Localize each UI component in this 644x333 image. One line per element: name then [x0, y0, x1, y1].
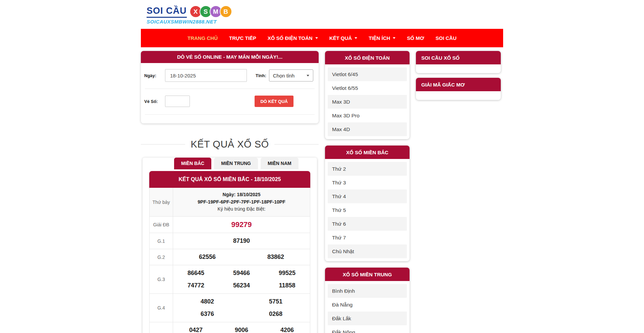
- day-label: Thứ bảy: [150, 188, 173, 216]
- nav-item-so-mo[interactable]: SỐ MƠ: [407, 35, 424, 41]
- sidebar-box-title: XỔ SỐ ĐIỆN TOÁN: [325, 51, 410, 64]
- sidebar-item-thu-7[interactable]: Thứ 7: [328, 231, 407, 244]
- date-label: Ngày:: [144, 73, 165, 78]
- date-province-row: Ngày: Tỉnh: Chọn tỉnh: [144, 69, 315, 82]
- heading-divider: [141, 144, 185, 145]
- logo-badge-b: B: [220, 5, 232, 18]
- ticket-label: Vé Số:: [144, 99, 165, 104]
- sidebar-item-thu-6[interactable]: Thứ 6: [328, 217, 407, 231]
- logo-text: SOI CẦU: [147, 6, 187, 18]
- sidebar-box-mien-bac: XỔ SỐ MIỀN BẮC Thứ 2 Thứ 3 Thứ 4 Thứ 5 T…: [325, 146, 410, 261]
- sidebar-item-da-nang[interactable]: Đà Nẵng: [328, 298, 407, 312]
- date-input[interactable]: [165, 69, 247, 82]
- nav-item-label: TIỆN ÍCH: [369, 35, 390, 41]
- rightbar-box-body: [416, 91, 501, 100]
- prize-number: 4802: [173, 295, 241, 308]
- sidebar-item-chu-nhat[interactable]: Chủ Nhật: [328, 244, 407, 258]
- prize-number: 9006: [219, 324, 264, 333]
- prize-number: 86645: [173, 267, 219, 279]
- table-row-g3: G.3 86645 59466 99525 74772 56234 11858: [150, 265, 310, 294]
- prize-values: 87190: [173, 233, 310, 249]
- rightbar-box-body: [416, 64, 501, 73]
- prize-number: 99525: [264, 267, 310, 279]
- main-navbar: TRANG CHỦ TRỰC TIẾP XỔ SỐ ĐIỆN TOÁN KẾT …: [141, 29, 503, 47]
- nav-item-truc-tiep[interactable]: TRỰC TIẾP: [229, 35, 256, 41]
- ticket-lookup-body: Ngày: Tỉnh: Chọn tỉnh Vé Số: DÒ KẾT QUẢ: [141, 63, 319, 123]
- prize-label: Giải ĐB: [150, 217, 173, 233]
- sidebar-item-thu-2[interactable]: Thứ 2: [328, 162, 407, 176]
- rightbar-box-soi-cau: SOI CẦU XỔ SỐ: [416, 51, 501, 73]
- sidebar-item-dak-nong[interactable]: Đắk Nông: [328, 325, 407, 333]
- prize-label: G.1: [150, 233, 173, 249]
- sidebar-item-thu-5[interactable]: Thứ 5: [328, 203, 407, 217]
- prize-label: G.2: [150, 249, 173, 265]
- check-result-button[interactable]: DÒ KẾT QUẢ: [255, 96, 293, 107]
- chevron-down-icon: [393, 37, 395, 39]
- form-divider: [145, 89, 315, 89]
- results-table: Thứ bảy Ngày: 18/10/2025 9PF-19PF-6PF-2P…: [149, 188, 310, 333]
- nav-item-label: SỐ MƠ: [407, 35, 424, 41]
- prize-number: 11858: [264, 279, 310, 292]
- sidebar-item-vietlot-655[interactable]: Vietlot 6/55: [328, 81, 407, 95]
- draw-info: Ngày: 18/10/2025 9PF-19PF-6PF-2PF-7PF-1P…: [173, 188, 310, 216]
- form-divider: [145, 114, 315, 115]
- province-select[interactable]: Chọn tỉnh: [269, 69, 313, 81]
- prize-number: 83862: [241, 251, 310, 263]
- nav-item-soi-cau[interactable]: SOI CẦU: [436, 35, 457, 41]
- chevron-down-icon: [315, 37, 318, 39]
- sidebar-item-binh-dinh[interactable]: Bình Định: [328, 284, 407, 298]
- prize-values: 4802 5751 6376 0268: [173, 294, 310, 322]
- nav-item-xo-so-dien-toan[interactable]: XỔ SỐ ĐIỆN TOÁN: [268, 35, 318, 41]
- tab-mien-nam[interactable]: MIỀN NAM: [261, 158, 299, 169]
- table-row-g2: G.2 62556 83862: [150, 249, 310, 265]
- nav-item-label: KẾT QUẢ: [329, 35, 352, 41]
- sidebar-item-vietlot-645[interactable]: Vietlot 6/45: [328, 67, 407, 81]
- sidebar-box-title: XỔ SỐ MIỀN BẮC: [325, 146, 410, 159]
- ticket-row: Vé Số: DÒ KẾT QUẢ: [144, 96, 315, 107]
- heading-divider: [274, 144, 319, 145]
- nav-item-label: TRỰC TIẾP: [229, 35, 256, 41]
- ticket-lookup-panel: DÒ VÉ SỐ ONLINE - MAY MẮN MỖI NGÀY!... N…: [141, 51, 319, 123]
- middle-sidebar: XỔ SỐ ĐIỆN TOÁN Vietlot 6/45 Vietlot 6/5…: [325, 51, 410, 333]
- tab-mien-trung[interactable]: MIỀN TRUNG: [214, 158, 258, 169]
- prize-number: 0268: [241, 308, 310, 320]
- table-row-header: Thứ bảy Ngày: 18/10/2025 9PF-19PF-6PF-2P…: [150, 188, 310, 217]
- sidebar-item-dak-lak[interactable]: Đắk Lắk: [328, 312, 407, 325]
- prize-label: G.5: [150, 322, 173, 333]
- sidebar-box-body: Thứ 2 Thứ 3 Thứ 4 Thứ 5 Thứ 6 Thứ 7 Chủ …: [325, 159, 410, 261]
- sidebar-box-body: Vietlot 6/45 Vietlot 6/55 Max 3D Max 3D …: [325, 64, 410, 139]
- results-heading: KẾT QUẢ XỔ SỐ: [141, 139, 319, 150]
- province-select-value: Chọn tỉnh: [273, 73, 294, 78]
- sidebar-item-max-4d[interactable]: Max 4D: [328, 122, 407, 136]
- prize-number: 56234: [219, 279, 264, 292]
- site-header: SOI CẦU X S M B SOICAUXSMBWIN2888.NET: [141, 0, 503, 29]
- prize-number: 4206: [264, 324, 310, 333]
- table-row-g4: G.4 4802 5751 6376 0268: [150, 294, 310, 322]
- prize-values: 0427 9006 4206 5541 4791 8535: [173, 322, 310, 333]
- nav-item-tien-ich[interactable]: TIỆN ÍCH: [369, 35, 395, 41]
- rightbar-box-title: GIẢI MÃ GIẤC MƠ: [416, 78, 501, 91]
- right-sidebar: SOI CẦU XỔ SỐ GIẢI MÃ GIẤC MƠ: [416, 51, 501, 105]
- sidebar-item-thu-3[interactable]: Thứ 3: [328, 176, 407, 189]
- nav-item-trang-chu[interactable]: TRANG CHỦ: [187, 35, 218, 41]
- site-logo[interactable]: SOI CẦU X S M B: [147, 5, 503, 18]
- prize-label: G.4: [150, 294, 173, 322]
- sidebar-item-max-3d-pro[interactable]: Max 3D Pro: [328, 109, 407, 122]
- rightbar-box-giai-ma-giac-mo: GIẢI MÃ GIẤC MƠ: [416, 78, 501, 100]
- nav-item-label: TRANG CHỦ: [187, 35, 218, 41]
- sidebar-item-thu-4[interactable]: Thứ 4: [328, 189, 407, 203]
- results-card: MIỀN BẮC MIỀN TRUNG MIỀN NAM KẾT QUẢ XỔ …: [143, 158, 317, 333]
- prize-values: 99279: [173, 217, 310, 233]
- special-symbol-caption: Ký hiệu trúng Đặc Biệt:: [175, 206, 308, 213]
- table-row-g1: G.1 87190: [150, 233, 310, 249]
- sidebar-item-max-3d[interactable]: Max 3D: [328, 95, 407, 109]
- prize-number: 6376: [173, 308, 241, 320]
- content-columns: DÒ VÉ SỐ ONLINE - MAY MẮN MỖI NGÀY!... N…: [141, 51, 503, 333]
- sidebar-box-body: Bình Định Đà Nẵng Đắk Lắk Đắk Nông: [325, 281, 410, 333]
- nav-item-ket-qua[interactable]: KẾT QUẢ: [329, 35, 358, 41]
- ticket-number-input[interactable]: [165, 96, 190, 107]
- tab-mien-bac[interactable]: MIỀN BẮC: [174, 158, 211, 169]
- region-tabs: MIỀN BẮC MIỀN TRUNG MIỀN NAM: [143, 158, 317, 169]
- chevron-down-icon: [355, 37, 357, 39]
- prize-values: 62556 83862: [173, 249, 310, 265]
